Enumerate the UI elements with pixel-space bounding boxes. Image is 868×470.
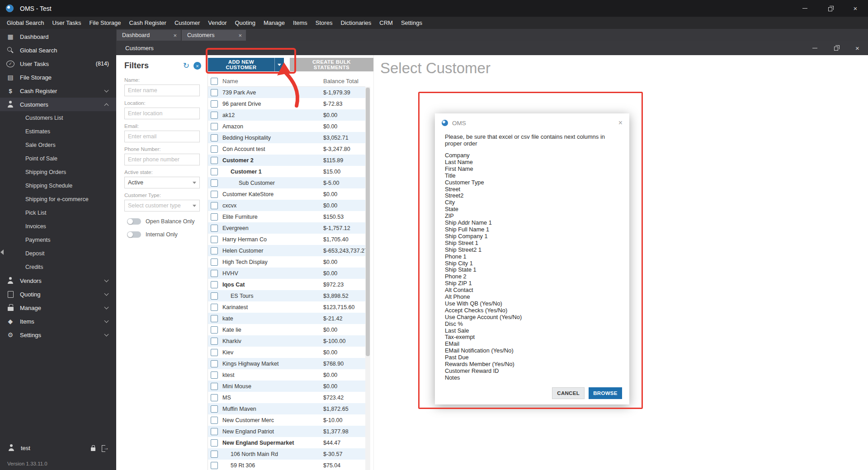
- sidebar-item-credits[interactable]: Credits: [0, 260, 116, 274]
- sidebar-item-user-tasks[interactable]: ✓User Tasks(814): [0, 57, 116, 70]
- table-row[interactable]: High Tech Display$0.00: [208, 256, 365, 268]
- name-input[interactable]: [124, 85, 200, 96]
- table-row[interactable]: 96 parent Drive$-72.83: [208, 98, 365, 109]
- tab-dashboard[interactable]: Dashboard×: [117, 30, 181, 41]
- sidebar-item-point-of-sale[interactable]: Point of Sale: [0, 152, 116, 165]
- sidebar-item-estimates[interactable]: Estimates: [0, 125, 116, 138]
- menu-dictionaries[interactable]: Dictionaries: [336, 19, 375, 26]
- table-row[interactable]: Kharkiv$-100.00: [208, 335, 365, 347]
- row-checkbox[interactable]: [211, 100, 218, 108]
- location-input[interactable]: [124, 108, 200, 119]
- table-row[interactable]: Helen Customer$-653,243,737.27: [208, 245, 365, 256]
- minimize-button[interactable]: [792, 0, 817, 17]
- sidebar-item-shipping-schedule[interactable]: Shipping Schedule: [0, 179, 116, 193]
- table-row[interactable]: ak12$0.00: [208, 109, 365, 121]
- restore-button[interactable]: [817, 0, 843, 17]
- minimize-button[interactable]: [804, 41, 826, 55]
- row-checkbox[interactable]: [211, 123, 218, 130]
- table-row[interactable]: Amazon$0.00: [208, 121, 365, 132]
- sidebar-item-vendors[interactable]: Vendors: [0, 274, 116, 287]
- sidebar-item-dashboard[interactable]: ▦Dashboard: [0, 30, 116, 43]
- row-checkbox[interactable]: [211, 202, 218, 209]
- restore-button[interactable]: [826, 41, 847, 55]
- create-bulk-statements-button[interactable]: CREATE BULK STATEMENTS: [290, 58, 373, 71]
- table-row[interactable]: Kings Highway Market$768.90: [208, 358, 365, 369]
- row-checkbox[interactable]: [211, 134, 218, 141]
- menu-items[interactable]: Items: [289, 19, 311, 26]
- browse-button[interactable]: BROWSE: [589, 387, 622, 399]
- sidebar-item-items[interactable]: ◆Items: [0, 315, 116, 328]
- table-row[interactable]: New England Supermarket$44.47: [208, 437, 365, 448]
- close-icon[interactable]: ×: [238, 32, 242, 39]
- menu-customer[interactable]: Customer: [170, 19, 204, 26]
- row-checkbox[interactable]: [211, 360, 218, 367]
- sidebar-item-pick-list[interactable]: Pick List: [0, 206, 116, 220]
- cancel-button[interactable]: CANCEL: [552, 387, 585, 399]
- menu-vendor[interactable]: Vendor: [204, 19, 231, 26]
- table-row[interactable]: 739 Park Ave$-1,979.39: [208, 87, 365, 98]
- row-checkbox[interactable]: [211, 225, 218, 232]
- table-row[interactable]: Karinatest$123,715.60: [208, 301, 365, 313]
- row-checkbox[interactable]: [211, 270, 218, 277]
- row-checkbox[interactable]: [211, 157, 218, 164]
- table-row[interactable]: Kiev$0.00: [208, 347, 365, 358]
- menu-stores[interactable]: Stores: [311, 19, 337, 26]
- sidebar-item-shipping-orders[interactable]: Shipping Orders: [0, 165, 116, 179]
- table-row[interactable]: New Customer Merc$-10.00: [208, 414, 365, 426]
- row-checkbox[interactable]: [211, 394, 218, 401]
- row-checkbox[interactable]: [211, 383, 218, 390]
- table-row[interactable]: MS$723.42: [208, 392, 365, 403]
- row-checkbox[interactable]: [211, 281, 218, 288]
- close-button[interactable]: ×: [843, 0, 868, 17]
- row-checkbox[interactable]: [211, 451, 218, 458]
- row-checkbox[interactable]: [211, 349, 218, 356]
- table-row[interactable]: Iqos Cat$972.23: [208, 279, 365, 290]
- row-checkbox[interactable]: [211, 371, 218, 379]
- open-balance-only-toggle[interactable]: [127, 218, 141, 225]
- menu-file-storage[interactable]: File Storage: [85, 19, 125, 26]
- row-checkbox[interactable]: [211, 146, 218, 153]
- table-row[interactable]: New England Patriot$1,377.98: [208, 426, 365, 437]
- table-row[interactable]: kate$-21.42: [208, 313, 365, 324]
- table-row[interactable]: 59 Rt 306$75.04: [208, 460, 365, 470]
- row-checkbox[interactable]: [211, 405, 218, 413]
- table-row[interactable]: Bedding Hospitality$3,052.71: [208, 132, 365, 143]
- table-row[interactable]: cxcvx$0.00: [208, 200, 365, 211]
- row-checkbox[interactable]: [211, 168, 218, 175]
- phone-number-input[interactable]: [124, 154, 200, 165]
- table-row[interactable]: Harry Herman Co$1,705.40: [208, 234, 365, 245]
- row-checkbox[interactable]: [211, 338, 218, 345]
- row-checkbox[interactable]: [211, 428, 218, 435]
- table-row[interactable]: Con Account test$-3,247.80: [208, 143, 365, 155]
- menu-global-search[interactable]: Global Search: [3, 19, 48, 26]
- sidebar-item-customers-list[interactable]: Customers List: [0, 111, 116, 125]
- menu-settings[interactable]: Settings: [397, 19, 426, 26]
- table-row[interactable]: Customer 1$15.00: [208, 166, 365, 177]
- row-checkbox[interactable]: [211, 462, 218, 469]
- row-checkbox[interactable]: [211, 191, 218, 198]
- row-checkbox[interactable]: [211, 179, 218, 187]
- scrollbar-thumb[interactable]: [366, 88, 370, 356]
- customer-type-select[interactable]: Select customer type: [124, 200, 200, 212]
- menu-manage[interactable]: Manage: [259, 19, 289, 26]
- row-checkbox[interactable]: [211, 213, 218, 221]
- table-row[interactable]: HVHV$0.00: [208, 268, 365, 279]
- row-checkbox[interactable]: [211, 292, 218, 300]
- sidebar-item-customers[interactable]: Customers: [0, 98, 116, 111]
- row-checkbox[interactable]: [211, 258, 218, 266]
- row-checkbox[interactable]: [211, 439, 218, 446]
- table-row[interactable]: ktest$0.00: [208, 369, 365, 381]
- select-all-checkbox[interactable]: [211, 78, 218, 85]
- refresh-icon[interactable]: ↻: [183, 62, 189, 70]
- row-checkbox[interactable]: [211, 89, 218, 96]
- table-row[interactable]: Mini Mouse$0.00: [208, 381, 365, 392]
- row-checkbox[interactable]: [211, 236, 218, 243]
- close-button[interactable]: ×: [847, 41, 868, 55]
- table-row[interactable]: Kate lie$0.00: [208, 324, 365, 335]
- table-row[interactable]: Evergreen$-1,757.12: [208, 222, 365, 234]
- row-checkbox[interactable]: [211, 304, 218, 311]
- row-checkbox[interactable]: [211, 326, 218, 334]
- sidebar-item-manage[interactable]: Manage: [0, 301, 116, 315]
- tab-customers[interactable]: Customers×: [182, 30, 246, 41]
- row-checkbox[interactable]: [211, 417, 218, 424]
